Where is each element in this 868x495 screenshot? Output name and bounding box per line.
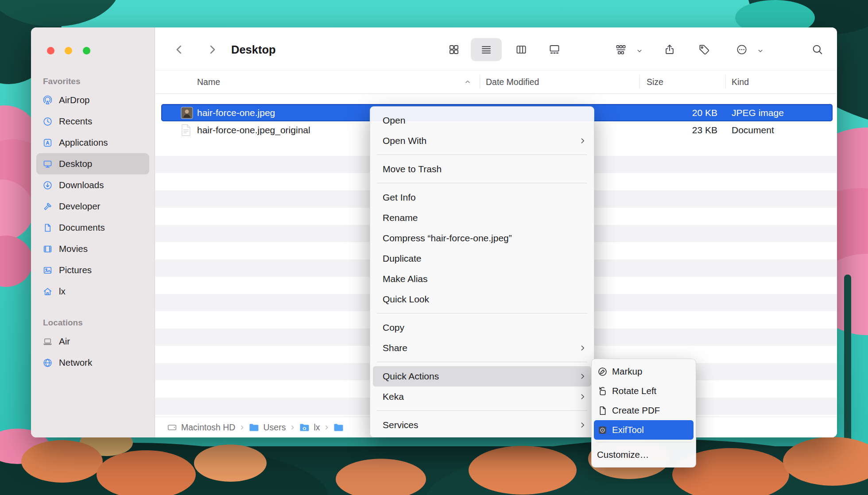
path-crumb-users[interactable]: Users	[249, 422, 286, 433]
sidebar-item-desktop[interactable]: Desktop	[36, 153, 149, 174]
menu-item-open-with[interactable]: Open With	[370, 131, 594, 151]
sidebar-item-movies[interactable]: Movies	[36, 238, 149, 259]
menu-item-make-alias[interactable]: Make Alias	[370, 269, 594, 289]
search-button[interactable]	[812, 44, 824, 56]
file-size: 20 KB	[639, 108, 717, 118]
submenu-item-label: Create PDF	[612, 405, 660, 416]
close-window-button[interactable]	[47, 47, 54, 54]
chevron-right-icon	[290, 425, 295, 430]
folder-icon	[333, 423, 344, 432]
menu-item-quick-look[interactable]: Quick Look	[370, 289, 594, 309]
column-view-button[interactable]	[515, 44, 527, 56]
menu-item-services[interactable]: Services	[370, 415, 594, 435]
column-header-kind[interactable]: Kind	[732, 77, 749, 87]
menu-item-get-info[interactable]: Get Info	[370, 187, 594, 208]
chevron-down-icon	[757, 48, 763, 54]
path-crumb-home[interactable]: lx	[299, 422, 320, 433]
minimize-window-button[interactable]	[65, 47, 72, 54]
sidebar-item-documents[interactable]: Documents	[36, 217, 149, 238]
more-actions-button[interactable]	[736, 44, 748, 56]
chevron-right-icon	[579, 394, 586, 400]
menu-item-keka[interactable]: Keka	[370, 387, 594, 407]
menu-separator	[377, 410, 587, 411]
share-button[interactable]	[664, 44, 676, 56]
path-crumb-label: Macintosh HD	[181, 422, 235, 433]
locations-section: Locations Air Network	[31, 315, 155, 373]
menu-item-copy[interactable]: Copy	[370, 317, 594, 338]
menu-item-label: Open With	[383, 135, 426, 146]
submenu-item-markup[interactable]: Markup	[592, 362, 696, 381]
sort-ascending-icon	[464, 78, 471, 85]
toolbar: Desktop	[155, 27, 837, 70]
file-name: hair-force-one.jpeg	[197, 108, 275, 118]
forward-button[interactable]	[206, 44, 218, 56]
sidebar-item-developer[interactable]: Developer	[36, 196, 149, 217]
menu-item-quick-actions[interactable]: Quick Actions	[373, 366, 591, 387]
path-crumb-label: Users	[263, 422, 286, 433]
jpeg-thumbnail-icon	[181, 107, 193, 119]
sidebar-item-label: Documents	[59, 222, 105, 233]
menu-separator	[377, 313, 587, 313]
sidebar-item-applications[interactable]: Applications	[36, 132, 149, 153]
submenu-item-exiftool[interactable]: ExifTool	[594, 420, 694, 440]
submenu-item-label: Markup	[612, 366, 642, 377]
sidebar-item-network[interactable]: Network	[36, 352, 149, 373]
submenu-item-label: Rotate Left	[612, 386, 656, 396]
column-header-date-modified[interactable]: Date Modified	[486, 77, 539, 87]
sidebar-item-label: Desktop	[59, 159, 92, 169]
sidebar-item-downloads[interactable]: Downloads	[36, 174, 149, 196]
sidebar-item-air[interactable]: Air	[36, 331, 149, 352]
document-file-icon	[181, 124, 191, 136]
column-divider[interactable]	[725, 75, 726, 89]
home-folder-icon	[299, 423, 310, 432]
menu-item-duplicate[interactable]: Duplicate	[370, 248, 594, 269]
menu-item-open[interactable]: Open	[370, 110, 594, 131]
menu-item-label: Move to Trash	[383, 164, 442, 174]
path-crumb-desktop[interactable]	[333, 423, 348, 432]
menu-item-share[interactable]: Share	[370, 338, 594, 358]
menu-item-move-to-trash[interactable]: Move to Trash	[370, 159, 594, 179]
menu-item-label: Duplicate	[383, 253, 422, 264]
menu-item-label: Open	[383, 115, 405, 126]
submenu-item-rotate-left[interactable]: Rotate Left	[592, 381, 696, 401]
sidebar: Favorites AirDrop Recents Applications D…	[31, 27, 155, 437]
sidebar-item-label: Applications	[59, 137, 108, 148]
rotate-left-icon	[597, 386, 608, 396]
favorites-section: Favorites AirDrop Recents Applications D…	[31, 73, 155, 302]
gallery-view-button[interactable]	[549, 44, 561, 56]
exiftool-icon	[597, 425, 608, 435]
column-header-size[interactable]: Size	[647, 77, 663, 87]
zoom-window-button[interactable]	[83, 47, 90, 54]
sidebar-item-recents[interactable]: Recents	[36, 111, 149, 132]
context-menu: Open Open With Move to Trash Get Info Re…	[370, 106, 594, 437]
menu-item-rename[interactable]: Rename	[370, 208, 594, 228]
icon-view-button[interactable]	[448, 44, 460, 56]
menu-item-label: Share	[383, 343, 407, 353]
sidebar-item-pictures[interactable]: Pictures	[36, 259, 149, 281]
clock-icon	[43, 116, 53, 127]
sidebar-item-airdrop[interactable]: AirDrop	[36, 89, 149, 111]
path-crumb-label: lx	[314, 422, 320, 433]
column-header-name[interactable]: Name	[197, 77, 220, 87]
submenu-item-create-pdf[interactable]: Create PDF	[592, 401, 696, 420]
column-divider[interactable]	[480, 75, 480, 89]
menu-item-compress[interactable]: Compress “hair-force-one.jpeg”	[370, 228, 594, 248]
back-button[interactable]	[174, 44, 186, 56]
sidebar-item-label: Pictures	[59, 265, 92, 275]
menu-separator	[377, 155, 587, 155]
locations-section-label: Locations	[31, 315, 155, 331]
group-by-button[interactable]	[615, 44, 627, 56]
path-crumb-macintosh-hd[interactable]: Macintosh HD	[167, 422, 235, 433]
tag-button[interactable]	[698, 44, 710, 56]
column-divider[interactable]	[639, 75, 640, 89]
list-view-button[interactable]	[480, 44, 492, 56]
sidebar-item-home[interactable]: lx	[36, 281, 149, 302]
menu-item-label: Copy	[383, 322, 404, 333]
menu-item-label: Compress “hair-force-one.jpeg”	[383, 233, 512, 244]
desktop-icon	[43, 159, 53, 169]
chevron-right-icon	[579, 373, 586, 380]
menu-item-label: Keka	[383, 391, 404, 402]
globe-icon	[43, 358, 53, 368]
menu-item-label: Make Alias	[383, 274, 428, 284]
submenu-item-customize[interactable]: Customize…	[592, 445, 696, 464]
